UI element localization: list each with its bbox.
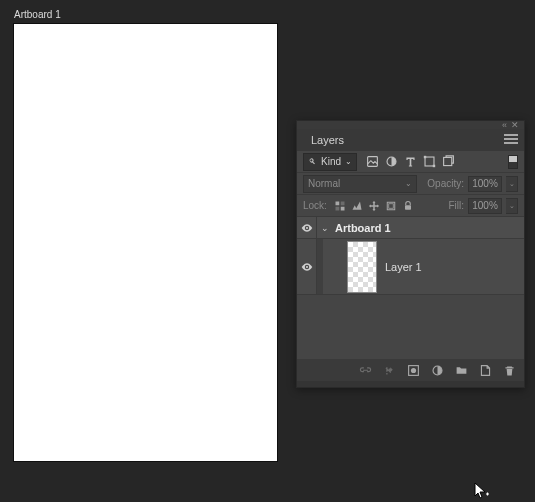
canvas-area[interactable] bbox=[14, 24, 277, 461]
svg-rect-6 bbox=[336, 201, 340, 205]
filter-smartobject-icon[interactable] bbox=[441, 154, 456, 169]
opacity-label: Opacity: bbox=[427, 178, 464, 189]
lock-artboard-icon[interactable] bbox=[384, 198, 399, 213]
adjustment-layer-button[interactable] bbox=[430, 363, 444, 377]
chevron-down-icon: ⌄ bbox=[405, 179, 412, 188]
fill-label: Fill: bbox=[448, 200, 464, 211]
filter-row: Kind ⌄ bbox=[297, 151, 524, 173]
artboard-name[interactable]: Artboard 1 bbox=[335, 222, 391, 234]
svg-rect-12 bbox=[405, 205, 411, 210]
svg-rect-0 bbox=[368, 157, 378, 167]
search-icon bbox=[308, 157, 317, 166]
chevron-down-icon: ⌄ bbox=[345, 157, 352, 166]
svg-rect-4 bbox=[433, 165, 435, 167]
eye-icon bbox=[301, 222, 313, 234]
lock-position-icon[interactable] bbox=[367, 198, 382, 213]
filter-shape-icon[interactable] bbox=[422, 154, 437, 169]
filter-adjustment-icon[interactable] bbox=[384, 154, 399, 169]
visibility-toggle[interactable] bbox=[297, 217, 317, 238]
opacity-stepper[interactable]: ⌄ bbox=[506, 176, 518, 192]
svg-point-16 bbox=[410, 367, 415, 372]
layer-style-button[interactable] bbox=[382, 363, 396, 377]
layers-panel: « ✕ Layers Kind ⌄ Normal ⌄ Opacity: 100%… bbox=[296, 120, 525, 388]
lock-image-icon[interactable] bbox=[350, 198, 365, 213]
disclosure-chevron-icon[interactable]: ⌄ bbox=[321, 223, 329, 233]
layer-row[interactable]: Layer 1 bbox=[297, 239, 524, 295]
new-layer-button[interactable] bbox=[478, 363, 492, 377]
panel-tabbar: Layers bbox=[297, 129, 524, 151]
opacity-input[interactable]: 100% bbox=[468, 176, 502, 192]
tree-empty-area[interactable] bbox=[297, 295, 524, 359]
status-strip bbox=[297, 381, 524, 387]
svg-rect-2 bbox=[425, 157, 434, 166]
blend-row: Normal ⌄ Opacity: 100% ⌄ bbox=[297, 173, 524, 195]
panel-footer bbox=[297, 359, 524, 381]
svg-rect-9 bbox=[341, 206, 345, 210]
filter-kind-select[interactable]: Kind ⌄ bbox=[303, 153, 357, 171]
group-button[interactable] bbox=[454, 363, 468, 377]
svg-rect-8 bbox=[336, 206, 340, 210]
svg-point-14 bbox=[305, 265, 307, 267]
lock-transparency-icon[interactable] bbox=[333, 198, 348, 213]
delete-layer-button[interactable] bbox=[502, 363, 516, 377]
layer-thumbnail[interactable] bbox=[347, 241, 377, 293]
fill-input[interactable]: 100% bbox=[468, 198, 502, 214]
eye-icon bbox=[301, 261, 313, 273]
lock-row: Lock: Fill: 100% ⌄ bbox=[297, 195, 524, 217]
cursor-icon bbox=[474, 482, 490, 500]
svg-rect-7 bbox=[341, 201, 345, 205]
tab-layers[interactable]: Layers bbox=[303, 131, 352, 149]
lock-all-icon[interactable] bbox=[401, 198, 416, 213]
visibility-toggle[interactable] bbox=[297, 239, 317, 294]
filter-type-icon[interactable] bbox=[403, 154, 418, 169]
lock-label: Lock: bbox=[303, 200, 327, 211]
filter-toggle[interactable] bbox=[508, 155, 518, 169]
panel-menu-icon[interactable] bbox=[504, 134, 518, 144]
blend-mode-select[interactable]: Normal ⌄ bbox=[303, 175, 417, 193]
layer-tree: ⌄ Artboard 1 Layer 1 bbox=[297, 217, 524, 359]
panel-grip[interactable]: « ✕ bbox=[297, 121, 524, 129]
layer-name[interactable]: Layer 1 bbox=[385, 261, 422, 273]
svg-rect-3 bbox=[424, 156, 426, 158]
link-layers-button[interactable] bbox=[358, 363, 372, 377]
fill-stepper[interactable]: ⌄ bbox=[506, 198, 518, 214]
artboard-row[interactable]: ⌄ Artboard 1 bbox=[297, 217, 524, 239]
svg-point-13 bbox=[305, 226, 307, 228]
svg-rect-5 bbox=[444, 157, 452, 165]
filter-pixel-icon[interactable] bbox=[365, 154, 380, 169]
svg-rect-11 bbox=[389, 203, 394, 208]
artboard-label: Artboard 1 bbox=[14, 9, 61, 20]
layer-mask-button[interactable] bbox=[406, 363, 420, 377]
